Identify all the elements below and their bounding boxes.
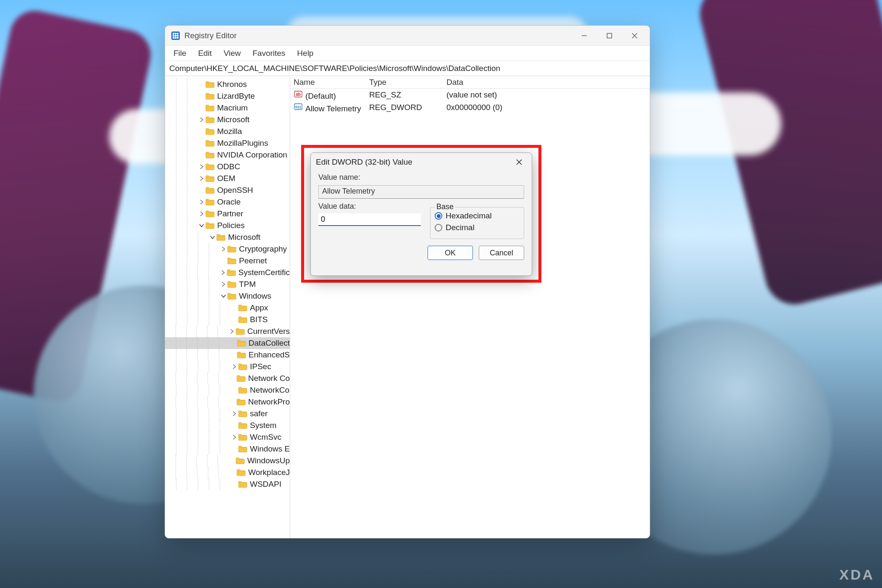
ok-button[interactable]: OK: [428, 246, 473, 260]
col-type[interactable]: Type: [366, 78, 443, 87]
tree-node[interactable]: BITS: [165, 314, 290, 326]
dialog-close-button[interactable]: [512, 155, 527, 170]
tree-node[interactable]: Khronos: [165, 79, 290, 90]
tree-node-label: BITS: [250, 315, 268, 324]
tree-node[interactable]: Windows: [165, 290, 290, 302]
tree-node[interactable]: WorkplaceJ: [165, 467, 290, 478]
tree-node-label: Network Co: [248, 374, 290, 383]
chevron-right-icon[interactable]: [198, 115, 205, 124]
radio-dec[interactable]: Decimal: [435, 222, 520, 234]
chevron-down-icon[interactable]: [220, 291, 227, 301]
tree-node-label: ODBC: [217, 162, 240, 171]
tree-node[interactable]: NetworkPro: [165, 396, 290, 408]
chevron-down-icon[interactable]: [209, 233, 216, 242]
tree-node-label: Khronos: [217, 80, 247, 89]
svg-rect-3: [177, 33, 178, 34]
chevron-right-icon[interactable]: [220, 244, 227, 254]
address-bar[interactable]: Computer\HKEY_LOCAL_MACHINE\SOFTWARE\Pol…: [165, 61, 650, 76]
folder-icon: [238, 304, 247, 312]
tree-node[interactable]: LizardByte: [165, 90, 290, 102]
base-group: Base Hexadecimal Decimal: [430, 207, 524, 239]
folder-icon: [227, 292, 236, 300]
tree-node[interactable]: IPSec: [165, 361, 290, 373]
tree-node[interactable]: MozillaPlugins: [165, 137, 290, 149]
tree-node[interactable]: Appx: [165, 302, 290, 314]
tree-node-label: WcmSvc: [250, 433, 281, 442]
tree-pane[interactable]: KhronosLizardByteMacriumMicrosoftMozilla…: [165, 76, 290, 538]
tree-node[interactable]: OpenSSH: [165, 184, 290, 196]
dialog-title: Edit DWORD (32-bit) Value: [316, 158, 412, 167]
folder-icon: [237, 339, 246, 347]
radio-hex-label: Hexadecimal: [446, 211, 492, 220]
folder-icon: [205, 163, 215, 171]
folder-icon: [237, 351, 246, 359]
folder-icon: [238, 422, 247, 429]
tree-node-label: WindowsUp: [247, 456, 290, 465]
value-row[interactable]: ab(Default)REG_SZ(value not set): [290, 89, 650, 101]
folder-icon: [236, 328, 245, 335]
menu-view[interactable]: View: [218, 47, 246, 60]
tree-node[interactable]: TPM: [165, 278, 290, 290]
radio-hex[interactable]: Hexadecimal: [435, 210, 520, 222]
chevron-right-icon[interactable]: [198, 209, 205, 218]
value-row[interactable]: 011Allow TelemetryREG_DWORD0x00000000 (0…: [290, 101, 650, 114]
tree-node[interactable]: NetworkCo: [165, 384, 290, 396]
tree-node[interactable]: Network Co: [165, 373, 290, 384]
values-pane[interactable]: Name Type Data ab(Default)REG_SZ(value n…: [290, 76, 650, 538]
tree-node-label: SystemCertific: [239, 268, 290, 277]
menu-help[interactable]: Help: [292, 47, 318, 60]
value-data: 0x00000000 (0): [443, 103, 650, 112]
tree-node[interactable]: safer: [165, 408, 290, 420]
tree-node[interactable]: EnhancedS: [165, 349, 290, 361]
tree-node[interactable]: Policies: [165, 220, 290, 231]
chevron-right-icon[interactable]: [220, 280, 227, 289]
tree-node[interactable]: CurrentVers: [165, 326, 290, 337]
tree-node[interactable]: Cryptography: [165, 243, 290, 255]
col-name[interactable]: Name: [290, 78, 366, 87]
tree-node[interactable]: Mozilla: [165, 126, 290, 137]
chevron-right-icon[interactable]: [219, 268, 227, 277]
value-name-label: Value name:: [318, 173, 524, 182]
tree-node[interactable]: Oracle: [165, 196, 290, 208]
tree-node[interactable]: Microsoft: [165, 114, 290, 126]
menu-edit[interactable]: Edit: [193, 47, 217, 60]
minimize-button[interactable]: [572, 27, 597, 44]
chevron-right-icon[interactable]: [228, 327, 235, 336]
chevron-right-icon[interactable]: [231, 409, 238, 418]
tree-node-label: MozillaPlugins: [217, 139, 268, 148]
chevron-right-icon[interactable]: [198, 162, 205, 171]
maximize-button[interactable]: [597, 27, 622, 44]
cancel-button[interactable]: Cancel: [479, 246, 524, 260]
tree-node[interactable]: Macrium: [165, 102, 290, 114]
folder-icon: [236, 398, 246, 406]
tree-node[interactable]: ODBC: [165, 161, 290, 173]
list-header[interactable]: Name Type Data: [290, 76, 650, 89]
tree-node[interactable]: Microsoft: [165, 231, 290, 243]
tree-node-label: Policies: [217, 221, 244, 230]
chevron-down-icon[interactable]: [198, 221, 205, 230]
menu-file[interactable]: File: [168, 47, 192, 60]
tree-node[interactable]: SystemCertific: [165, 267, 290, 278]
tree-node[interactable]: OEM: [165, 173, 290, 184]
chevron-right-icon[interactable]: [231, 362, 238, 371]
chevron-right-icon[interactable]: [198, 197, 205, 207]
tree-node[interactable]: WSDAPI: [165, 478, 290, 490]
chevron-right-icon[interactable]: [231, 433, 238, 442]
tree-node[interactable]: NVIDIA Corporation: [165, 149, 290, 161]
col-data[interactable]: Data: [443, 78, 650, 87]
tree-node[interactable]: WindowsUp: [165, 455, 290, 467]
dialog-titlebar[interactable]: Edit DWORD (32-bit) Value: [311, 153, 532, 171]
tree-node[interactable]: Peernet: [165, 255, 290, 267]
close-button[interactable]: [622, 27, 647, 44]
tree-node-label: Mozilla: [217, 127, 242, 136]
tree-node[interactable]: Partner: [165, 208, 290, 220]
menu-favorites[interactable]: Favorites: [247, 47, 290, 60]
tree-node[interactable]: WcmSvc: [165, 431, 290, 443]
tree-node[interactable]: Windows E: [165, 443, 290, 455]
tree-node[interactable]: System: [165, 420, 290, 431]
chevron-right-icon[interactable]: [198, 174, 205, 183]
titlebar[interactable]: Registry Editor: [165, 26, 650, 46]
menubar: File Edit View Favorites Help: [165, 46, 650, 61]
value-data-input[interactable]: [318, 213, 421, 226]
tree-node[interactable]: DataCollect: [165, 337, 290, 349]
